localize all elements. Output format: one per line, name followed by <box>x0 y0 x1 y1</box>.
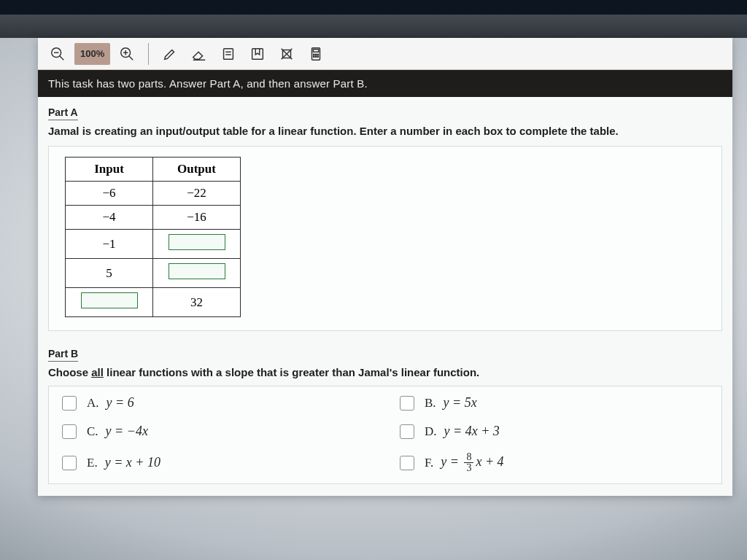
choice-math: y = −4x <box>106 424 148 439</box>
choice-label: E. y = x + 10 <box>87 455 160 470</box>
highlighter-icon[interactable] <box>158 42 182 66</box>
io-header-output: Output <box>153 158 241 182</box>
io-cell-input: −4 <box>66 206 153 230</box>
part-b-prompt-underlined: all <box>91 366 104 378</box>
io-cell-output: −16 <box>153 206 241 230</box>
choice-b[interactable]: B. y = 5x <box>400 395 708 411</box>
svg-point-22 <box>317 55 318 56</box>
answer-input-box[interactable] <box>81 292 138 308</box>
fraction-denominator: 3 <box>464 463 473 473</box>
calculator-icon[interactable] <box>303 42 328 66</box>
io-cell-output: 32 <box>153 288 241 317</box>
choice-letter: A. <box>87 396 99 411</box>
io-header-input: Input <box>66 158 153 182</box>
checkbox[interactable] <box>400 456 414 470</box>
io-cell-input: −6 <box>66 182 153 206</box>
checkbox[interactable] <box>62 424 77 439</box>
io-cell-output-blank <box>153 259 241 288</box>
checkbox[interactable] <box>400 396 414 411</box>
table-row: −4 −16 <box>66 206 241 230</box>
part-b-prompt-pre: Choose <box>48 366 91 378</box>
zoom-in-button[interactable] <box>115 42 139 66</box>
checkbox[interactable] <box>62 396 77 411</box>
io-cell-input: 5 <box>66 259 153 288</box>
answer-input-box[interactable] <box>169 234 225 250</box>
checkbox[interactable] <box>400 424 414 439</box>
choice-letter: F. <box>425 456 433 470</box>
io-cell-input-blank <box>66 288 153 317</box>
part-b-prompt: Choose all linear functions with a slope… <box>48 366 722 378</box>
page-container: 100% This task has two parts. Answer Par… <box>38 38 732 496</box>
choice-math: y = 6 <box>107 395 134 411</box>
io-cell-output: −22 <box>153 182 241 206</box>
part-b-heading: Part B <box>48 348 78 362</box>
choice-math: y = 4x + 3 <box>444 424 500 439</box>
strikeout-icon[interactable] <box>274 42 299 66</box>
notepad-icon[interactable] <box>216 42 241 66</box>
table-row: 5 <box>66 259 241 288</box>
instruction-bar: This task has two parts. Answer Part A, … <box>38 70 732 97</box>
table-row: 32 <box>66 288 241 317</box>
zoom-percent-label: 100% <box>74 43 110 65</box>
svg-point-20 <box>314 55 314 56</box>
svg-point-19 <box>317 54 318 55</box>
choice-letter: C. <box>87 424 98 439</box>
svg-rect-11 <box>252 48 263 59</box>
svg-line-4 <box>129 55 133 60</box>
choice-label: F. y = 83x + 4 <box>425 452 504 473</box>
choice-label: C. y = −4x <box>87 424 148 439</box>
choice-math: y = 83x + 4 <box>441 452 503 473</box>
svg-rect-16 <box>314 49 319 52</box>
svg-point-17 <box>314 54 314 55</box>
svg-line-1 <box>60 55 64 60</box>
choice-f-post: x + 4 <box>476 454 503 469</box>
window-chrome-gap <box>0 15 747 38</box>
choice-letter: D. <box>425 424 437 439</box>
choice-f-pre: y = <box>441 454 462 469</box>
fraction: 83 <box>464 452 473 473</box>
choice-letter: E. <box>87 456 98 470</box>
choice-d[interactable]: D. y = 4x + 3 <box>400 424 708 439</box>
fraction-numerator: 8 <box>464 452 473 463</box>
io-cell-output-blank <box>153 230 241 259</box>
zoom-out-button[interactable] <box>45 42 70 66</box>
choice-e[interactable]: E. y = x + 10 <box>62 452 371 473</box>
answer-input-box[interactable] <box>169 263 225 279</box>
table-row: −1 <box>66 230 241 259</box>
svg-point-18 <box>316 54 317 55</box>
io-cell-input: −1 <box>66 230 153 259</box>
toolbar-separator <box>148 43 149 65</box>
svg-point-21 <box>316 55 317 56</box>
part-b-section: Part B Choose all linear functions with … <box>48 347 722 484</box>
bookmark-icon[interactable] <box>245 42 270 66</box>
content-area: Part A Jamal is creating an input/output… <box>38 97 732 496</box>
part-b-prompt-post: linear functions with a slope that is gr… <box>104 366 479 378</box>
choice-f[interactable]: F. y = 83x + 4 <box>400 452 708 473</box>
choice-label: A. y = 6 <box>87 395 134 411</box>
choice-math: y = 5x <box>444 395 477 411</box>
choice-a[interactable]: A. y = 6 <box>62 395 371 411</box>
choice-letter: B. <box>425 396 436 411</box>
part-a-prompt: Jamal is creating an input/output table … <box>48 125 722 137</box>
svg-rect-8 <box>224 48 233 59</box>
toolbar: 100% <box>38 38 732 70</box>
choice-c[interactable]: C. y = −4x <box>62 424 371 439</box>
eraser-icon[interactable] <box>187 42 212 66</box>
part-a-panel: Input Output −6 −22 −4 −16 −1 <box>48 146 722 331</box>
part-a-heading: Part A <box>48 106 78 120</box>
choices-grid: A. y = 6 B. y = 5x C. y = −4x <box>48 386 722 484</box>
table-row: −6 −22 <box>66 182 241 206</box>
io-table: Input Output −6 −22 −4 −16 −1 <box>65 157 241 317</box>
window-top-strip <box>0 0 747 15</box>
part-a-section: Part A Jamal is creating an input/output… <box>48 106 722 331</box>
choice-label: D. y = 4x + 3 <box>425 424 500 439</box>
choice-label: B. y = 5x <box>425 395 477 411</box>
checkbox[interactable] <box>62 456 77 470</box>
choice-math: y = x + 10 <box>105 455 160 470</box>
